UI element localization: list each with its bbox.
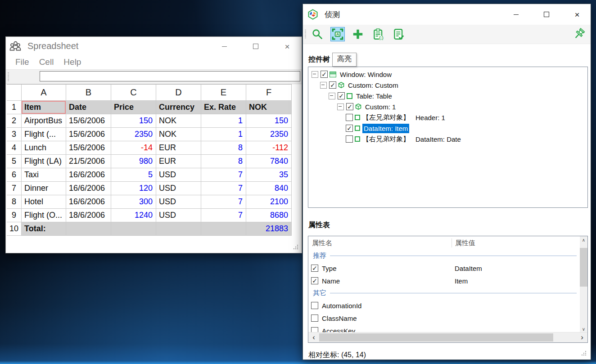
grid-cell[interactable]: -14 bbox=[111, 141, 156, 155]
column-header-F[interactable]: F bbox=[246, 85, 292, 101]
tree-item[interactable]: ✓Custom: 1 bbox=[308, 101, 587, 112]
tree-item-label[interactable]: Table: Table bbox=[355, 91, 393, 101]
row-number[interactable]: 5 bbox=[7, 155, 22, 168]
tree-item-checkbox[interactable] bbox=[346, 135, 353, 143]
vertical-scrollbar[interactable]: ∧ ∨ bbox=[580, 236, 587, 333]
grid-cell[interactable]: -112 bbox=[246, 141, 292, 155]
grid-cell[interactable]: 2350 bbox=[246, 128, 292, 141]
search-icon[interactable] bbox=[310, 27, 325, 41]
horizontal-scroll-thumb[interactable] bbox=[319, 333, 553, 342]
scroll-right-icon[interactable]: › bbox=[578, 333, 587, 342]
grid-cell[interactable]: 980 bbox=[111, 155, 156, 168]
resize-grip[interactable] bbox=[293, 245, 299, 250]
grid-cell[interactable]: 7 bbox=[201, 209, 246, 222]
row-number[interactable]: 8 bbox=[7, 195, 22, 209]
formula-input[interactable] bbox=[40, 71, 300, 81]
maximize-button[interactable] bbox=[537, 8, 556, 21]
tree-item[interactable]: ✓Table: Table bbox=[308, 90, 587, 101]
grid-cell[interactable]: Currency bbox=[156, 101, 201, 114]
grid-cell[interactable]: USD bbox=[156, 209, 201, 222]
row-number[interactable]: 3 bbox=[7, 128, 22, 141]
grid-cell[interactable]: 150 bbox=[111, 114, 156, 128]
grid-cell[interactable]: NOK bbox=[246, 101, 292, 114]
grid-cell[interactable]: 1 bbox=[201, 114, 246, 128]
scroll-down-icon[interactable]: ∨ bbox=[580, 325, 587, 333]
menu-help[interactable]: Help bbox=[59, 57, 86, 67]
grid-cell[interactable]: 8 bbox=[201, 141, 246, 155]
property-checkbox[interactable]: ✓ bbox=[311, 265, 318, 272]
grid-cell[interactable]: 1240 bbox=[111, 209, 156, 222]
grid-cell[interactable] bbox=[156, 222, 201, 236]
grid-cell[interactable]: 21/5/2006 bbox=[66, 155, 111, 168]
property-checkbox[interactable]: ✓ bbox=[311, 277, 318, 284]
column-header-E[interactable]: E bbox=[201, 85, 246, 101]
scroll-left-icon[interactable]: ‹ bbox=[309, 333, 318, 342]
property-row[interactable]: ✓NameItem bbox=[308, 274, 587, 287]
grid-cell[interactable]: USD bbox=[156, 168, 201, 182]
row-number[interactable]: 9 bbox=[7, 209, 22, 222]
toolbar-grip[interactable] bbox=[305, 30, 306, 39]
grid-cell[interactable]: Item bbox=[22, 101, 66, 114]
row-number[interactable]: 1 bbox=[7, 101, 22, 114]
close-button[interactable]: × bbox=[567, 8, 587, 21]
tree-item-checkbox[interactable]: ✓ bbox=[346, 103, 353, 110]
grid-cell[interactable]: 16/6/2006 bbox=[66, 195, 111, 209]
grid-cell[interactable]: 8 bbox=[201, 155, 246, 168]
checklist-icon[interactable] bbox=[391, 27, 406, 41]
grid-cell[interactable]: Flight (O... bbox=[22, 209, 66, 222]
grid-cell[interactable]: 15/6/2006 bbox=[66, 114, 111, 128]
grid-cell[interactable] bbox=[111, 222, 156, 236]
property-checkbox[interactable] bbox=[311, 302, 318, 309]
column-header-B[interactable]: B bbox=[66, 85, 111, 101]
menu-file[interactable]: File bbox=[10, 57, 34, 67]
grid-cell[interactable]: 7 bbox=[201, 195, 246, 209]
add-icon[interactable] bbox=[351, 27, 365, 41]
horizontal-scrollbar[interactable]: ‹ › bbox=[308, 332, 587, 342]
grid-cell[interactable]: 7 bbox=[201, 182, 246, 195]
vertical-scroll-thumb[interactable] bbox=[580, 248, 587, 287]
row-number[interactable]: 7 bbox=[7, 182, 22, 195]
grid-cell[interactable]: Date bbox=[66, 101, 111, 114]
grid-cell[interactable]: Hotel bbox=[22, 195, 66, 209]
property-checkbox[interactable] bbox=[311, 315, 318, 322]
resize-grip[interactable] bbox=[582, 351, 587, 356]
tree-item-label[interactable]: Custom: Custom bbox=[347, 81, 400, 90]
grid-cell[interactable]: 15/6/2006 bbox=[66, 141, 111, 155]
grid-cell[interactable]: EUR bbox=[156, 155, 201, 168]
grid-cell[interactable]: Ex. Rate bbox=[201, 101, 246, 114]
tree-item[interactable]: ✓Custom: Custom bbox=[308, 80, 587, 90]
grid-cell[interactable]: USD bbox=[156, 195, 201, 209]
grid-cell[interactable]: 16/6/2006 bbox=[66, 168, 111, 182]
grid-cell[interactable]: Flight (LA) bbox=[22, 155, 66, 168]
column-header-D[interactable]: D bbox=[156, 85, 201, 101]
grid-cell[interactable]: 1 bbox=[201, 128, 246, 141]
tree-item-checkbox[interactable]: ✓ bbox=[321, 71, 328, 78]
menu-cell[interactable]: Cell bbox=[34, 57, 59, 67]
corner-cell[interactable] bbox=[7, 85, 22, 101]
grid-cell[interactable]: USD bbox=[156, 182, 201, 195]
grid-cell[interactable]: Taxi bbox=[22, 168, 66, 182]
capture-icon[interactable]: A bbox=[330, 27, 345, 41]
grid-cell[interactable]: 7 bbox=[201, 168, 246, 182]
grid-cell[interactable]: 2100 bbox=[246, 195, 292, 209]
tree-item-label[interactable]: Window: Window bbox=[339, 70, 393, 79]
grid-cell[interactable]: NOK bbox=[156, 128, 201, 141]
row-number[interactable]: 4 bbox=[7, 141, 22, 155]
grid-cell[interactable]: 18/6/2006 bbox=[66, 209, 111, 222]
tree-item[interactable]: 【右兄弟对象】DataItem: Date bbox=[308, 134, 587, 144]
expand-toggle-icon[interactable] bbox=[320, 82, 327, 89]
grid-cell[interactable]: EUR bbox=[156, 141, 201, 155]
grid-cell[interactable]: Lunch bbox=[22, 141, 66, 155]
column-header-C[interactable]: C bbox=[111, 85, 156, 101]
tree-item-checkbox[interactable]: ✓ bbox=[338, 92, 345, 99]
pin-icon[interactable] bbox=[572, 27, 586, 41]
grid-cell[interactable]: 2350 bbox=[111, 128, 156, 141]
grid-cell[interactable]: 300 bbox=[111, 195, 156, 209]
tree-item[interactable]: 【左兄弟对象】Header: 1 bbox=[308, 112, 587, 123]
grid-cell[interactable]: 15/6/2006 bbox=[66, 128, 111, 141]
property-row[interactable]: AutomationId bbox=[308, 299, 587, 312]
grid-cell[interactable]: Flight (... bbox=[22, 128, 66, 141]
toolbar-grip[interactable] bbox=[8, 72, 9, 81]
property-row[interactable]: ✓TypeDataItem bbox=[308, 262, 587, 274]
tree-item-checkbox[interactable] bbox=[346, 114, 353, 121]
